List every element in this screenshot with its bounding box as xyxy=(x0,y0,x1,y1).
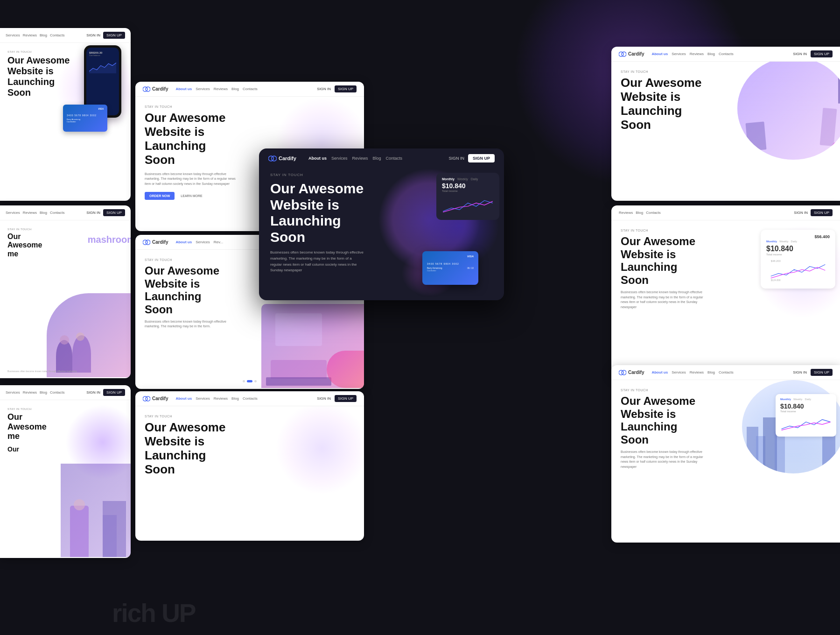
stats-tab-monthly-mr[interactable]: Monthly xyxy=(766,240,777,243)
logo-text-tr: Cardify xyxy=(628,51,644,56)
logo-icon-bc xyxy=(143,396,150,402)
feat-card-number: 3400 5678 9804 3002 xyxy=(427,262,474,265)
nav-about-bc[interactable]: About us xyxy=(175,396,192,401)
svg-point-10 xyxy=(146,396,150,401)
nav-services-tr[interactable]: Services xyxy=(672,52,686,56)
btn-signup-tc[interactable]: SIGN UP xyxy=(335,85,357,92)
nav-rev-mc[interactable]: Rev... xyxy=(214,240,223,244)
svg-point-2 xyxy=(146,87,150,92)
card-bot-right: Cardify About us Services Reviews Blog C… xyxy=(611,365,840,543)
nav-reviews-br[interactable]: Reviews xyxy=(690,370,704,374)
btn-order-tc[interactable]: ORDER NOW xyxy=(145,192,175,200)
desc-ml: Businesses often become known today thro… xyxy=(7,370,77,373)
nav-bl3[interactable]: Blog xyxy=(40,390,47,395)
nav-contacts-bc[interactable]: Contacts xyxy=(243,396,258,401)
stats-amount-br: $10.840 xyxy=(780,402,832,410)
feat-stats-tab-daily[interactable]: Daily xyxy=(471,177,478,181)
btn-signin-br[interactable]: SIGN IN xyxy=(793,370,807,374)
nav-blog-tr[interactable]: Blog xyxy=(707,52,715,56)
phone-mockup-tl: $88200.30 Card balance VISA 3400 5678 98… xyxy=(84,45,121,118)
btn-signin-ml[interactable]: SIGN IN xyxy=(86,211,100,215)
stats-tab-weekly-br[interactable]: Weekly xyxy=(793,398,803,401)
card-mid-right-content: $56.400 Monthly Weekly Daily $10.840 Tot… xyxy=(611,220,840,377)
nav-services-bc[interactable]: Services xyxy=(196,396,210,401)
btn-signup-mr[interactable]: SIGN UP xyxy=(811,209,833,216)
nav-link-ml[interactable]: Services xyxy=(6,211,20,215)
nav-contacts-br[interactable]: Contacts xyxy=(719,370,734,374)
stats-tab-daily-mr[interactable]: Daily xyxy=(791,240,797,243)
nav-mr3[interactable]: Contacts xyxy=(646,211,661,215)
nav-contacts-tc[interactable]: Contacts xyxy=(243,87,258,91)
feat-stats-tab-weekly[interactable]: Weekly xyxy=(457,177,468,181)
nav-about-tc[interactable]: About us xyxy=(175,87,192,91)
card-mid-right-nav: Reviews Blog Contacts SIGN IN SIGN UP xyxy=(611,205,840,220)
nav-link-ml3[interactable]: Blog xyxy=(40,211,47,215)
featured-desc: Businesses often become known today thro… xyxy=(270,250,364,274)
nav-blog-br[interactable]: Blog xyxy=(707,370,715,374)
nav-blog-featured[interactable]: Blog xyxy=(372,156,381,161)
dot-active[interactable] xyxy=(247,380,252,382)
btn-learn-tc[interactable]: LEARN MORE xyxy=(178,192,204,200)
nav-contacts-featured[interactable]: Contacts xyxy=(385,156,402,161)
nav-link-ml2[interactable]: Reviews xyxy=(23,211,37,215)
btn-signup-bc[interactable]: SIGN UP xyxy=(335,395,357,402)
btn-signup-featured[interactable]: SIGN UP xyxy=(468,154,495,162)
btn-signup-bl[interactable]: SIGN UP xyxy=(103,389,125,396)
nav-link-ml4[interactable]: Contacts xyxy=(50,211,65,215)
card-bot-center-content: STAY IN TOUCH Our AwesomeWebsite isLaunc… xyxy=(135,406,364,540)
nav-mr2[interactable]: Blog xyxy=(636,211,643,215)
card-mid-left-nav: Services Reviews Blog Contacts SIGN IN S… xyxy=(0,205,131,220)
nav-link-contacts[interactable]: Contacts xyxy=(50,33,65,37)
stats-tab-monthly-br[interactable]: Monthly xyxy=(780,398,791,401)
nav-reviews-bc[interactable]: Reviews xyxy=(214,396,228,401)
nav-link-blog[interactable]: Blog xyxy=(40,33,47,37)
nav-link-reviews[interactable]: Reviews xyxy=(23,33,37,37)
btn-signin-tl[interactable]: SIGN IN xyxy=(86,33,100,37)
stats-widget-br: Monthly Weekly Daily $10.840 Total incom… xyxy=(776,394,836,437)
nav-reviews-featured[interactable]: Reviews xyxy=(352,156,368,161)
nav-link-services[interactable]: Services xyxy=(6,33,20,37)
card-top-center-nav: Cardify About us Services Reviews Blog C… xyxy=(135,82,364,97)
office-blob-tr xyxy=(737,62,840,160)
logo-featured: Cardify xyxy=(268,155,296,162)
nav-about-mc[interactable]: About us xyxy=(175,240,192,244)
stats-tab-daily-br[interactable]: Daily xyxy=(805,398,811,401)
bottom-watermark: rich UP xyxy=(112,598,196,628)
stats-label-mr: Total income xyxy=(766,253,830,256)
btn-signup-tr[interactable]: SIGN UP xyxy=(811,50,833,57)
featured-nav-actions: SIGN IN SIGN UP xyxy=(448,154,495,162)
nav-about-tr[interactable]: About us xyxy=(651,52,668,56)
nav-bl4[interactable]: Contacts xyxy=(50,390,65,395)
svg-text:$124.800: $124.800 xyxy=(771,279,781,282)
btn-signin-mr[interactable]: SIGN IN xyxy=(794,211,808,215)
btn-signin-bc[interactable]: SIGN IN xyxy=(317,396,331,401)
nav-about-br[interactable]: About us xyxy=(651,370,668,374)
nav-contacts-tr[interactable]: Contacts xyxy=(719,52,734,56)
featured-content: Monthly Weekly Daily $10.840 Total incom… xyxy=(259,168,504,296)
btn-signup-tl[interactable]: SIGN UP xyxy=(103,32,125,39)
nav-reviews-tr[interactable]: Reviews xyxy=(690,52,704,56)
nav-services-tc[interactable]: Services xyxy=(196,87,210,91)
nav-mr1[interactable]: Reviews xyxy=(619,211,633,215)
stats-tab-weekly-mr[interactable]: Weekly xyxy=(779,240,789,243)
btn-signin-tc[interactable]: SIGN IN xyxy=(317,87,331,91)
nav-services-br[interactable]: Services xyxy=(672,370,686,374)
btn-signup-br[interactable]: SIGN UP xyxy=(811,369,833,376)
nav-about-featured[interactable]: About us xyxy=(308,156,327,161)
nav-services-featured[interactable]: Services xyxy=(331,156,348,161)
feat-card-role: Cardholder xyxy=(427,269,442,272)
btn-signin-tr[interactable]: SIGN IN xyxy=(793,52,807,56)
logo-icon-mc xyxy=(143,240,150,245)
nav-blog-tc[interactable]: Blog xyxy=(231,87,239,91)
nav-bl1[interactable]: Services xyxy=(6,390,20,395)
credit-card-tl: VISA 3400 5678 9804 3002 Barry Armstrong… xyxy=(63,105,107,132)
feat-stats-tab-monthly[interactable]: Monthly xyxy=(442,177,455,181)
logo-bc: Cardify xyxy=(143,396,168,402)
btn-signin-featured[interactable]: SIGN IN xyxy=(448,156,464,161)
nav-services-mc[interactable]: Services xyxy=(196,240,210,244)
btn-signup-ml[interactable]: SIGN UP xyxy=(103,209,125,216)
nav-bl2[interactable]: Reviews xyxy=(23,390,37,395)
nav-reviews-tc[interactable]: Reviews xyxy=(214,87,228,91)
nav-blog-bc[interactable]: Blog xyxy=(231,396,239,401)
btn-signin-bl[interactable]: SIGN IN xyxy=(86,390,100,395)
